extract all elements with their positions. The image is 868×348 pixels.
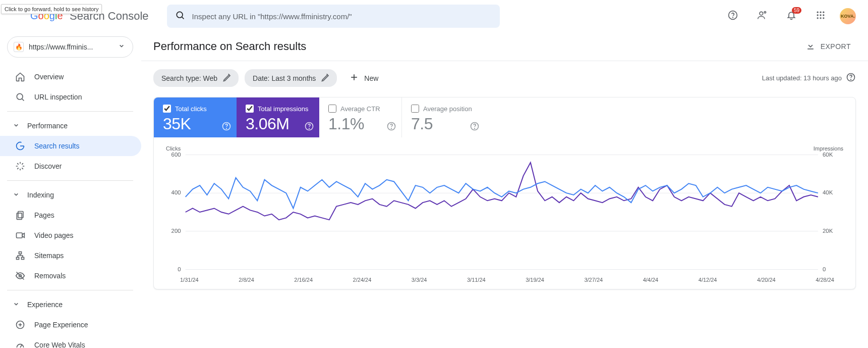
search-icon	[175, 10, 185, 22]
download-icon	[805, 41, 816, 53]
svg-line-30	[20, 345, 22, 347]
help-icon[interactable]	[304, 121, 314, 133]
x-axis-ticks: 1/31/242/8/242/16/242/24/243/3/243/11/24…	[166, 275, 843, 283]
users-button[interactable]	[752, 6, 772, 26]
svg-point-1	[177, 12, 183, 18]
svg-rect-20	[17, 233, 23, 238]
nav-sitemaps[interactable]: Sitemaps	[0, 245, 141, 266]
help-icon[interactable]	[846, 72, 856, 84]
svg-text:600: 600	[171, 152, 181, 158]
url-inspect-search[interactable]	[167, 5, 500, 28]
nav-pages[interactable]: Pages	[0, 205, 141, 225]
account-avatar[interactable]: KOVA.	[840, 8, 856, 24]
nav-url-inspection[interactable]: URL inspection	[0, 87, 141, 107]
browser-tooltip: Click to go forward, hold to see history	[1, 4, 102, 14]
chevron-down-icon	[11, 299, 21, 311]
export-label: EXPORT	[821, 42, 851, 51]
help-icon[interactable]	[386, 121, 396, 133]
svg-point-14	[820, 17, 821, 19]
svg-point-9	[823, 12, 824, 13]
svg-rect-24	[22, 257, 24, 259]
nav-label: Removals	[34, 272, 66, 280]
svg-rect-22	[19, 252, 22, 254]
url-inspect-input[interactable]	[192, 12, 492, 21]
chip-label: Date: Last 3 months	[253, 74, 316, 82]
video-icon	[15, 230, 25, 240]
svg-point-36	[226, 128, 227, 129]
last-updated-text: Last updated: 13 hours ago	[762, 74, 842, 82]
add-filter-button[interactable]: New	[343, 69, 384, 87]
svg-text:200: 200	[171, 228, 181, 234]
svg-text:60K: 60K	[823, 152, 833, 158]
sidebar: 🔥 https://www.ffminis... Overview URL in…	[0, 32, 141, 348]
nav-label: URL inspection	[34, 93, 82, 101]
section-performance[interactable]: Performance	[7, 116, 133, 136]
export-button[interactable]: EXPORT	[800, 37, 856, 57]
section-indexing[interactable]: Indexing	[7, 185, 133, 205]
clicks-checkbox[interactable]	[163, 105, 171, 113]
position-checkbox[interactable]	[411, 105, 419, 113]
apps-button[interactable]	[811, 6, 831, 26]
performance-card: Total clicks 35K Total impressions 3.06M…	[153, 97, 856, 289]
ctr-checkbox[interactable]	[328, 105, 336, 113]
nav-search-results[interactable]: Search results	[0, 136, 141, 156]
nav-discover[interactable]: Discover	[0, 156, 141, 176]
metric-total-impressions[interactable]: Total impressions 3.06M	[237, 97, 319, 137]
svg-text:20K: 20K	[823, 228, 833, 234]
eye-off-icon	[15, 271, 25, 281]
svg-text:0: 0	[823, 266, 826, 272]
performance-chart[interactable]: 60060K40040K20020K00	[166, 152, 843, 273]
new-filter-label: New	[364, 74, 378, 82]
gauge-icon	[15, 340, 25, 348]
nav-label: Overview	[34, 73, 64, 81]
svg-point-13	[817, 17, 819, 19]
plus-circle-icon	[15, 320, 25, 330]
search-icon	[15, 92, 25, 102]
svg-text:0: 0	[178, 266, 181, 272]
section-label: Experience	[27, 301, 63, 309]
notifications-button[interactable]: 59	[781, 6, 801, 26]
edit-icon	[222, 72, 233, 84]
nav-video-pages[interactable]: Video pages	[0, 225, 141, 245]
filter-search-type[interactable]: Search type: Web	[153, 69, 239, 87]
section-experience[interactable]: Experience	[7, 294, 133, 315]
plus-icon	[349, 72, 359, 84]
chevron-down-icon	[117, 41, 127, 53]
svg-point-16	[17, 93, 23, 100]
metric-average-position[interactable]: Average position 7.5	[402, 97, 485, 137]
svg-point-40	[391, 128, 392, 129]
svg-point-11	[820, 14, 821, 16]
svg-text:40K: 40K	[823, 190, 833, 196]
property-favicon: 🔥	[14, 42, 24, 52]
impressions-checkbox[interactable]	[246, 105, 254, 113]
topbar: Google Search Console 59 KOVA.	[0, 0, 868, 32]
svg-rect-23	[17, 257, 19, 259]
svg-point-8	[820, 12, 821, 13]
nav-page-experience[interactable]: Page Experience	[0, 315, 141, 335]
nav-removals[interactable]: Removals	[0, 266, 141, 286]
help-icon	[728, 10, 738, 22]
topbar-actions: 59 KOVA.	[723, 6, 860, 26]
users-icon	[757, 10, 767, 22]
property-selector[interactable]: 🔥 https://www.ffminis...	[7, 36, 133, 58]
metric-total-clicks[interactable]: Total clicks 35K	[154, 97, 237, 137]
help-button[interactable]	[723, 6, 743, 26]
svg-rect-19	[17, 213, 22, 220]
google-g-icon	[15, 141, 25, 151]
nav-core-web-vitals[interactable]: Core Web Vitals	[0, 335, 141, 348]
metric-label: Total clicks	[175, 105, 207, 113]
svg-line-2	[182, 17, 184, 19]
filter-date-range[interactable]: Date: Last 3 months	[245, 69, 337, 87]
metrics-row: Total clicks 35K Total impressions 3.06M…	[154, 97, 855, 137]
help-icon[interactable]	[470, 121, 480, 133]
help-icon[interactable]	[221, 121, 232, 133]
section-label: Indexing	[27, 191, 54, 199]
nav-overview[interactable]: Overview	[0, 67, 141, 87]
nav-label: Video pages	[34, 231, 74, 239]
metric-label: Average position	[423, 105, 472, 113]
svg-marker-21	[22, 233, 24, 237]
nav-label: Sitemaps	[34, 252, 64, 260]
sparkle-icon	[15, 161, 25, 171]
nav-label: Pages	[34, 211, 54, 219]
metric-average-ctr[interactable]: Average CTR 1.1%	[319, 97, 402, 137]
